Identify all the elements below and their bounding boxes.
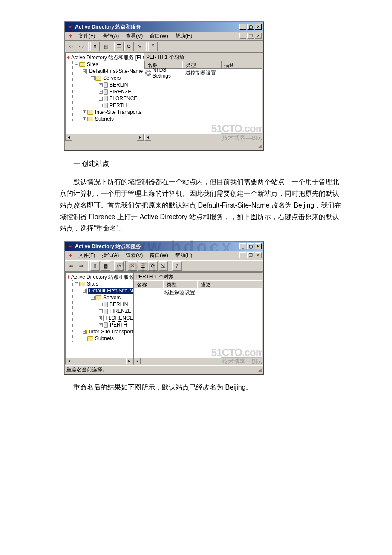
statusbar: 重命名当前选择。 ◢ [65,365,263,374]
col-name[interactable]: 名称 [134,280,164,288]
node-firenze[interactable]: FIRENZE [109,89,132,95]
tree[interactable]: ✦Active Directory 站点和服务 [FLOR −Sites −De… [66,273,133,364]
tree-root[interactable]: Active Directory 站点和服务 [FLOR [70,54,144,61]
node-servers[interactable]: Servers [102,75,121,81]
minimize-button[interactable]: _ [239,24,246,30]
mdi-min-button[interactable]: _ [239,252,246,258]
scroll-left-button[interactable]: ◄ [144,134,151,141]
node-perth[interactable]: PERTH [109,321,128,328]
col-desc[interactable]: 描述 [198,280,262,288]
expand-icon[interactable]: − [83,289,86,293]
menu-action[interactable]: 操作(A) [99,251,121,260]
menu-file[interactable]: 文件(F) [76,251,98,260]
expand-icon[interactable]: + [99,303,103,306]
node-sites[interactable]: Sites [86,61,99,67]
expand-icon[interactable]: − [83,69,86,73]
expand-icon[interactable]: + [99,323,103,327]
node-florence[interactable]: FLORENCE [104,315,133,321]
show-hide-button[interactable]: ▦ [101,42,110,51]
size-grip[interactable]: ◢ [258,367,262,372]
expand-icon[interactable]: + [99,90,103,94]
expand-icon[interactable]: + [99,309,103,313]
titlebar[interactable]: ✦ Active Directory 站点和服务 _ ▢ ✕ [65,22,263,32]
expand-icon[interactable]: − [91,76,95,80]
h-scrollbar[interactable]: ◄ ► [66,134,144,141]
properties-button[interactable]: ☰ [114,42,124,51]
node-berlin[interactable]: BERLIN [109,301,129,307]
menu-view[interactable]: 查看(V) [123,251,145,260]
node-servers[interactable]: Servers [102,295,121,301]
close-button[interactable]: ✕ [255,24,262,30]
up-button[interactable]: ⬆ [90,42,100,51]
menu-window[interactable]: 窗口(W) [147,32,170,40]
folder-icon [79,282,85,286]
column-headers[interactable]: 名称 类型 描述 [134,280,262,288]
export-button[interactable]: ⇲ [135,42,144,51]
h-scrollbar[interactable]: ◄ [134,358,262,364]
maximize-button[interactable]: ▢ [247,24,254,30]
menu-help[interactable]: 帮助(H) [173,251,195,260]
titlebar[interactable]: ✦ Active Directory 站点和服务 www bdocx com _… [65,242,263,251]
tree[interactable]: ✦Active Directory 站点和服务 [FLOR −Sites −De… [66,53,144,141]
expand-icon[interactable]: − [75,63,78,66]
mdi-restore-button[interactable]: ❐ [247,33,254,39]
node-subnets[interactable]: Subnets [94,116,115,122]
expand-icon[interactable]: − [75,282,78,286]
menu-window[interactable]: 窗口(W) [147,251,170,260]
node-firenze[interactable]: FIRENZE [109,308,132,314]
expand-icon[interactable]: + [83,330,86,334]
list-row[interactable]: NTDS Settings 域控制器设置 [145,69,262,76]
mdi-close-button[interactable]: ✕ [255,252,262,258]
scroll-right-button[interactable]: ► [137,134,144,141]
expand-icon[interactable]: + [99,316,102,320]
show-hide-button[interactable]: ▦ [101,261,110,271]
menu-help[interactable]: 帮助(H) [173,32,195,40]
node-florence[interactable]: FLORENCE [109,95,138,101]
h-scrollbar[interactable]: ◄ ► [66,358,133,364]
up-button[interactable]: ⬆ [90,261,100,271]
back-button[interactable]: ⇦ [66,42,76,51]
forward-button[interactable]: ⇨ [77,261,86,271]
mdi-restore-button[interactable]: ❐ [247,252,254,258]
menu-view[interactable]: 查看(V) [123,32,145,40]
scroll-right-button[interactable]: ► [126,358,133,364]
expand-icon[interactable]: + [83,110,86,114]
node-default-site[interactable]: Default-First-Site-Name [88,68,144,74]
node-sites[interactable]: Sites [86,281,99,287]
h-scrollbar[interactable]: ◄ [144,134,262,141]
expand-icon[interactable]: − [91,296,95,300]
paragraph-1: 默认情况下所有的域控制器都在一个站点内，但目前我们需要两个站点，一个用于管理北京… [60,176,345,234]
node-ist[interactable]: Inter-Site Transports [94,109,142,115]
refresh-button[interactable]: ⟳ [124,42,134,51]
expand-icon[interactable]: + [99,97,103,101]
help-button[interactable]: ? [148,42,158,51]
expand-icon[interactable]: + [99,83,103,87]
mdi-close-button[interactable]: ✕ [255,33,262,39]
mdi-min-button[interactable]: _ [239,33,246,39]
server-icon [104,309,108,314]
node-berlin[interactable]: BERLIN [109,82,129,88]
node-default-site-selected[interactable]: Default-First-Site-Name [88,288,133,294]
menu-file[interactable]: 文件(F) [76,32,98,40]
menu-action[interactable]: 操作(A) [99,32,121,40]
size-grip[interactable]: ◢ [258,144,262,148]
node-ist[interactable]: Inter-Site Transports [88,329,133,335]
list-row[interactable]: 域控制器设置 [135,289,262,296]
scroll-left-button[interactable]: ◄ [134,358,141,364]
expand-icon[interactable]: + [83,117,86,121]
tree-root[interactable]: Active Directory 站点和服务 [FLOR [70,274,133,281]
col-type[interactable]: 类型 [164,280,198,288]
folder-icon [95,76,101,81]
col-type[interactable]: 类型 [183,61,221,68]
node-perth[interactable]: PERTH [109,102,127,108]
scroll-left-button[interactable]: ◄ [66,134,72,141]
toolbar: ⇦ ⇨ ⬆ ▦ ☰ ⟳ ⇲ ? [65,41,263,52]
expand-icon[interactable]: + [99,104,103,107]
back-button[interactable]: ⇦ [66,261,76,271]
node-subnets[interactable]: Subnets [94,335,115,341]
tree-pane: ✦Active Directory 站点和服务 [FLOR −Sites −De… [65,52,144,142]
col-desc[interactable]: 描述 [221,61,262,68]
server-icon [104,89,108,95]
scroll-left-button[interactable]: ◄ [66,358,72,364]
forward-button[interactable]: ⇨ [77,42,86,51]
